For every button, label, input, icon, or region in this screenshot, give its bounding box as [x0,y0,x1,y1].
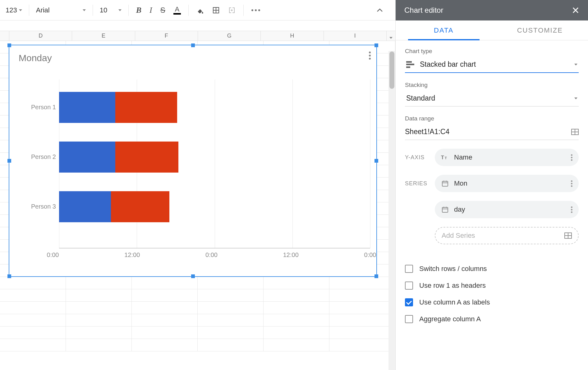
y-axis-label: Y-AXIS [405,154,427,161]
chart-bar-row [59,92,370,123]
series-label: SERIES [405,180,427,187]
checkbox-icon [405,315,413,323]
more-button[interactable] [247,4,264,17]
stacking-label: Stacking [405,82,579,88]
svg-rect-8 [442,181,448,186]
resize-handle[interactable] [374,274,378,278]
stacked-bar-icon [406,61,414,68]
calendar-icon [441,206,449,213]
column-dropdown-button[interactable] [387,31,395,41]
vertical-scrollbar[interactable] [388,51,395,370]
text-icon: TT [441,154,449,161]
merge-cells-button[interactable] [224,4,240,17]
select-range-button[interactable] [571,129,579,135]
checkbox-checked-icon [405,298,413,306]
resize-handle[interactable] [191,274,195,278]
svg-point-3 [251,9,253,11]
chart-y-label: Person 2 [22,153,56,160]
select-range-icon [564,232,572,239]
data-range-label: Data range [405,115,579,122]
embedded-chart[interactable]: Monday Person 1Person 2Person 3 0:0012:0… [9,45,377,277]
chart-bar-segment [115,142,178,173]
checkbox-icon [405,282,413,290]
resize-handle[interactable] [374,43,378,47]
column-header[interactable]: G [198,31,261,41]
use-row-1-headers-checkbox[interactable]: Use row 1 as headers [405,282,579,290]
chart-title: Monday [9,45,376,63]
pill-menu-button[interactable] [571,206,572,213]
tab-customize[interactable]: CUSTOMIZE [492,20,588,40]
chart-bar-row [59,191,370,222]
stacking-select[interactable]: Standard [405,92,579,106]
borders-icon [212,7,220,14]
series-pill[interactable]: day [435,201,579,218]
chart-menu-button[interactable] [369,52,371,60]
paint-bucket-icon [196,6,204,14]
font-family-dropdown[interactable]: Arial [33,4,89,17]
toolbar: 123 Arial 10 B I S A [0,0,395,20]
chart-x-label: 0:00 [364,251,376,259]
aggregate-column-a-checkbox[interactable]: Aggregate column A [405,315,579,323]
column-header[interactable]: F [135,31,198,41]
collapse-toolbar-button[interactable] [373,4,387,17]
more-horizontal-icon [251,9,260,11]
resize-handle[interactable] [374,159,378,163]
close-button[interactable] [572,7,579,14]
resize-handle[interactable] [7,159,11,163]
resize-handle[interactable] [7,43,11,47]
bold-button[interactable]: B [132,4,145,17]
spreadsheet-grid[interactable]: Monday Person 1Person 2Person 3 0:0012:0… [0,41,395,370]
chart-editor-panel: Chart editor DATA CUSTOMIZE Chart type S… [395,0,588,370]
data-range-input[interactable]: Sheet1!A1:C4 [405,128,449,136]
italic-button[interactable]: I [146,4,156,17]
column-headers: D E F G H I [0,31,395,41]
checkbox-icon [405,265,413,273]
chart-x-label: 0:00 [205,251,218,259]
y-axis-pill[interactable]: TT Name [435,149,579,166]
chart-bar-segment [59,191,111,222]
chart-type-label: Chart type [405,48,579,55]
italic-icon: I [149,6,152,15]
resize-handle[interactable] [191,43,195,47]
use-column-a-labels-checkbox[interactable]: Use column A as labels [405,298,579,306]
fill-color-button[interactable] [192,4,208,17]
number-format-dropdown[interactable]: 123 [2,4,25,17]
font-size-dropdown[interactable]: 10 [97,4,125,17]
column-header[interactable]: E [72,31,135,41]
chart-x-label: 12:00 [124,251,140,259]
chart-bar-segment [115,92,177,123]
resize-handle[interactable] [7,274,11,278]
tab-data[interactable]: DATA [396,20,492,40]
series-pill[interactable]: Mon [435,175,579,192]
chart-bar-segment [59,92,115,123]
chart-bar-segment [111,191,169,222]
column-header[interactable]: I [324,31,387,41]
borders-button[interactable] [209,4,223,17]
text-color-button[interactable]: A [170,4,185,17]
text-color-icon: A [175,6,179,13]
pill-menu-button[interactable] [571,154,572,161]
chart-y-label: Person 1 [22,104,56,111]
add-series-button[interactable]: Add Series [435,227,579,244]
chart-type-select[interactable]: Stacked bar chart [405,58,579,73]
chevron-up-icon [377,8,383,12]
switch-rows-columns-checkbox[interactable]: Switch rows / columns [405,265,579,273]
merge-icon [228,7,236,14]
svg-point-5 [258,9,260,11]
svg-rect-12 [442,207,448,212]
caret-down-icon [19,9,22,11]
chart-y-label: Person 3 [22,203,56,210]
svg-point-4 [255,9,257,11]
column-header[interactable]: H [261,31,324,41]
column-header[interactable]: D [9,31,72,41]
svg-text:T: T [441,155,444,160]
strikethrough-button[interactable]: S [157,4,169,17]
scrollbar-thumb[interactable] [389,52,394,89]
pill-menu-button[interactable] [571,180,572,187]
strikethrough-icon: S [160,6,165,15]
calendar-icon [441,180,449,187]
chart-bar-row [59,142,370,173]
panel-title: Chart editor [404,6,443,15]
chart-plot: Person 1Person 2Person 3 [53,79,370,248]
caret-down-icon [574,97,577,99]
